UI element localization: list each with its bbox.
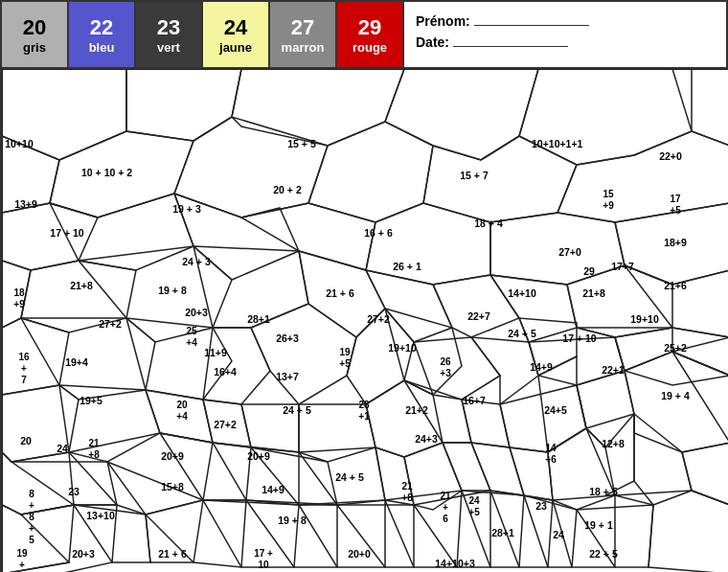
polygon-90 [692, 491, 728, 505]
polygon-40 [577, 328, 672, 371]
polygon-69 [586, 414, 634, 495]
date-label: Date: [416, 34, 449, 50]
color-label: jaune [219, 40, 252, 55]
polygon-58 [69, 433, 213, 515]
polygon-78 [203, 500, 299, 567]
color-box-rouge: 29rouge [337, 2, 404, 67]
header-info: Prénom: Date: [404, 2, 726, 67]
polygon-83 [414, 491, 490, 567]
polygon-45 [203, 400, 251, 447]
prenom-label: Prénom: [416, 13, 470, 29]
polygon-32 [203, 328, 270, 404]
date-line [453, 46, 568, 47]
polygon-64 [404, 443, 462, 510]
polygon-15 [241, 203, 375, 270]
color-number: 20 [23, 15, 46, 40]
polygon-48 [366, 380, 443, 457]
color-box-bleu: 22bleu [69, 2, 136, 67]
polygon-27 [567, 265, 672, 337]
polygon-14 [174, 194, 299, 280]
polygon-20 [21, 261, 136, 332]
puzzle-lines [2, 69, 728, 572]
polygon-47 [299, 404, 375, 462]
polygon-89 [615, 491, 728, 572]
polygon-65 [443, 443, 490, 491]
polygon-18 [615, 203, 728, 285]
polygon-42 [2, 385, 79, 462]
color-number: 22 [90, 15, 113, 40]
page: 20gris22bleu23vert24jaune27marron29rouge… [0, 0, 728, 572]
color-label: gris [23, 40, 46, 55]
polygon-34 [347, 309, 414, 404]
prenom-line [474, 25, 589, 26]
polygon-28 [625, 265, 728, 337]
color-box-gris: 20gris [2, 2, 69, 67]
color-label: rouge [353, 40, 387, 55]
color-label: marron [282, 40, 325, 55]
polygon-67 [510, 447, 553, 500]
polygon-7 [50, 131, 193, 217]
polygon-60 [213, 443, 299, 505]
polygon-74 [2, 505, 117, 572]
polygon-53 [577, 371, 634, 447]
polygon-26 [490, 275, 577, 342]
polygon-17 [490, 213, 625, 285]
color-number: 23 [157, 15, 180, 40]
header: 20gris22bleu23vert24jaune27marron29rouge… [2, 2, 726, 69]
polygon-4 [519, 69, 692, 165]
polygon-1 [126, 69, 241, 141]
color-box-marron: 27marron [270, 2, 337, 67]
polygon-38 [519, 318, 577, 376]
polygon-13 [50, 194, 193, 270]
polygon-25 [433, 275, 519, 337]
color-box-vert: 23vert [136, 2, 203, 67]
color-number: 27 [291, 15, 314, 40]
polygon-55 [672, 337, 728, 376]
polygon-71 [672, 352, 728, 443]
puzzle-area: 10+1010 + 10 + 215 + 520 + 210+10+1+122+… [2, 69, 728, 572]
polygon-73 [2, 505, 74, 572]
polygon-16 [366, 203, 490, 285]
polygon-33 [251, 304, 356, 404]
polygon-77 [146, 500, 246, 567]
polygon-3 [385, 69, 538, 160]
polygon-2 [232, 69, 404, 146]
polygon-46 [241, 404, 299, 452]
polygon-31 [126, 318, 232, 400]
polygon-37 [471, 337, 538, 404]
polygon-22 [193, 246, 308, 328]
color-box-jaune: 24jaune [203, 2, 270, 67]
polygon-61 [251, 447, 337, 505]
polygon-41 [615, 328, 728, 385]
polygon-54 [625, 352, 728, 452]
color-label: bleu [89, 40, 115, 55]
color-number: 24 [224, 15, 247, 40]
date-field: Date: [416, 34, 715, 50]
color-number: 29 [358, 15, 381, 40]
polygon-57 [11, 462, 117, 505]
polygon-50 [462, 400, 510, 447]
color-label: vert [157, 40, 180, 55]
polygon-24 [366, 270, 452, 342]
polygon-81 [337, 505, 414, 567]
polygon-23 [299, 251, 385, 337]
polygon-79 [246, 500, 337, 567]
prenom-field: Prénom: [416, 13, 715, 29]
polygon-0 [2, 69, 126, 160]
polygon-11 [557, 131, 728, 222]
polygon-52 [538, 356, 586, 452]
